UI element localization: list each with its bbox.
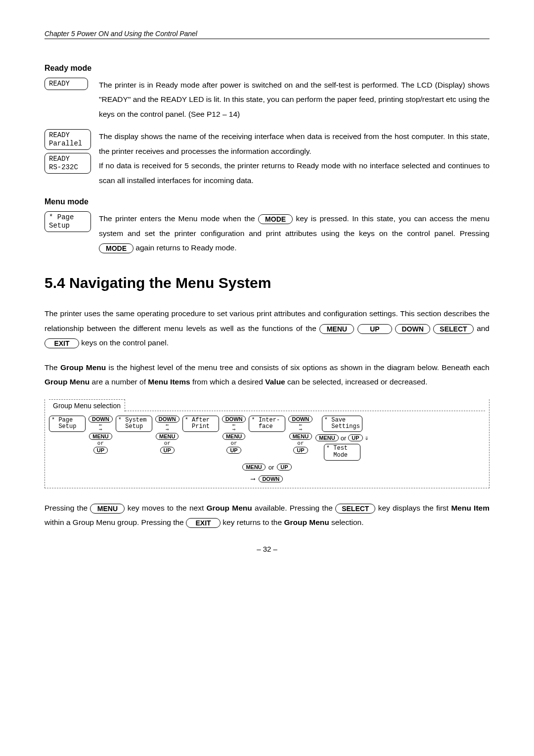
- p2e: are a number of: [92, 378, 148, 386]
- menu-key: MENU: [90, 504, 125, 514]
- vertical-arrow-group: MENU or UP ⇓: [315, 434, 368, 442]
- up-key: UP: [293, 447, 308, 454]
- select-key: SELECT: [433, 324, 473, 334]
- menu-key: MENU: [89, 433, 112, 440]
- p3e: key displays the first: [378, 504, 451, 512]
- arrow-icon: ⇐⇒: [99, 423, 102, 433]
- lcd-line1: READY: [49, 155, 87, 163]
- section-5-4-p1: The printer uses the same operating proc…: [44, 306, 490, 350]
- loop-row: MENU or UP: [49, 464, 485, 471]
- page-number: – 32 –: [44, 545, 490, 553]
- menu-mode-section: Menu mode * Page Setup The printer enter…: [44, 197, 490, 255]
- p1-and: and: [477, 324, 490, 332]
- or-text: or: [341, 434, 347, 442]
- down-key: DOWN: [89, 416, 113, 423]
- node-page-setup: * Page Setup: [49, 416, 86, 432]
- node-test-mode: * Test Mode: [324, 444, 360, 461]
- or-text: or: [268, 464, 274, 471]
- p2g: from which a desired: [192, 378, 265, 386]
- p2i: can be selected, increased or decreased.: [287, 378, 427, 386]
- chapter-header: Chapter 5 Power ON and Using the Control…: [44, 30, 490, 39]
- ready-para-2: The display shows the name of the receiv…: [99, 132, 490, 155]
- or-text: or: [297, 440, 304, 446]
- node-interface: * Inter- face: [249, 416, 285, 432]
- p3f: Menu Item: [451, 504, 490, 512]
- p2f: Menu Items: [148, 378, 190, 386]
- page: Chapter 5 Power ON and Using the Control…: [0, 0, 534, 573]
- lcd-ready-parallel: READY Parallel: [44, 129, 91, 150]
- menu-key: MENU: [222, 433, 245, 440]
- lcd-page-setup: * Page Setup: [44, 211, 91, 232]
- p2d: Group Menu: [44, 378, 89, 386]
- ready-row-1: READY The printer is in Ready mode after…: [44, 78, 490, 121]
- menu-mode-text: The printer enters the Menu mode when th…: [99, 211, 490, 255]
- p3b: key moves to the next: [128, 504, 207, 512]
- arrow-col: DOWN ⇐⇒ MENU or UP: [155, 416, 179, 454]
- p1-post: keys on the control panel.: [81, 338, 169, 347]
- menu-key: MENU: [156, 433, 178, 440]
- right-stack: * Save Settings MENU or UP ⇓ * Test Mode: [315, 416, 368, 461]
- arrow-col: DOWN ⇐⇒ MENU or UP: [222, 416, 246, 454]
- p3a: Pressing the: [44, 504, 90, 512]
- up-key: UP: [226, 447, 241, 454]
- diagram-bottom: ⟶ DOWN: [49, 475, 485, 483]
- p2a: The: [44, 363, 60, 372]
- up-key: UP: [348, 434, 362, 441]
- ready-mode-section: Ready mode READY The printer is in Ready…: [44, 64, 490, 188]
- p2c: is the highest level of the menu tree an…: [109, 363, 490, 372]
- node-system-setup: * System Setup: [116, 416, 152, 432]
- text-pre: The printer enters the Menu mode when th…: [99, 214, 258, 223]
- mode-key: MODE: [99, 243, 134, 253]
- p3g: within a Group Menu group. Pressing the: [44, 518, 186, 526]
- menu-mode-row: * Page Setup The printer enters the Menu…: [44, 211, 490, 255]
- ready-para-2-3: The display shows the name of the receiv…: [99, 129, 490, 188]
- p2b: Group Menu: [60, 363, 106, 372]
- lcd-line2: Setup: [49, 222, 87, 230]
- down-key: DOWN: [155, 416, 179, 423]
- p3i: Group Menu: [284, 518, 329, 526]
- down-arrow-icon: ⇓: [365, 434, 369, 442]
- diagram-main-row: * Page Setup DOWN ⇐⇒ MENU or UP * System…: [49, 412, 485, 461]
- node-save-settings: * Save Settings: [322, 416, 362, 432]
- p2h: Value: [265, 378, 285, 386]
- up-key: UP: [160, 447, 175, 454]
- ready-para-1: The printer is in Ready mode after power…: [99, 78, 490, 121]
- menu-key: MENU: [319, 324, 354, 334]
- text-post: again returns to Ready mode.: [135, 243, 236, 252]
- menu-mode-title: Menu mode: [44, 197, 490, 206]
- lcd-ready: READY: [44, 78, 88, 90]
- up-key: UP: [357, 324, 392, 334]
- menu-key: MENU: [315, 434, 338, 441]
- select-key: SELECT: [335, 504, 375, 514]
- down-key: DOWN: [222, 416, 246, 423]
- down-key: DOWN: [288, 416, 312, 423]
- section-5-4-p3: Pressing the MENU key moves to the next …: [44, 501, 490, 530]
- section-5-4-heading: 5.4 Navigating the Menu System: [44, 275, 490, 291]
- lcd-col: READY: [44, 78, 99, 121]
- or-text: or: [230, 440, 237, 446]
- node-after-print: * After Print: [182, 416, 219, 432]
- p3h: key returns to the: [222, 518, 284, 526]
- arrow-col: DOWN ⇐⇒ MENU or UP: [288, 416, 312, 454]
- menu-key: MENU: [242, 464, 265, 471]
- lcd-line1: * Page: [49, 213, 87, 222]
- down-key: DOWN: [395, 324, 430, 334]
- up-key: UP: [277, 464, 291, 471]
- ready-para-3: If no data is received for 5 seconds, th…: [99, 161, 490, 184]
- arrow-icon: ⇐⇒: [232, 423, 236, 433]
- mode-key: MODE: [258, 214, 293, 224]
- lcd-line2: Parallel: [49, 140, 87, 148]
- lcd-line2: RS-232C: [49, 163, 87, 172]
- section-5-4-p2: The Group Menu is the highest level of t…: [44, 360, 490, 389]
- ready-row-2: READY Parallel READY RS-232C The display…: [44, 129, 490, 188]
- menu-key: MENU: [289, 433, 312, 440]
- p3j: selection.: [331, 518, 363, 526]
- lcd-ready-rs232c: READY RS-232C: [44, 153, 91, 174]
- lcd-col: READY Parallel READY RS-232C: [44, 129, 99, 188]
- or-text: or: [164, 440, 171, 446]
- lcd-col: * Page Setup: [44, 211, 99, 255]
- lcd-line1: READY: [49, 131, 87, 140]
- p3c: Group Menu: [207, 504, 252, 512]
- down-key: DOWN: [259, 475, 283, 482]
- diagram-title-border: [125, 411, 485, 411]
